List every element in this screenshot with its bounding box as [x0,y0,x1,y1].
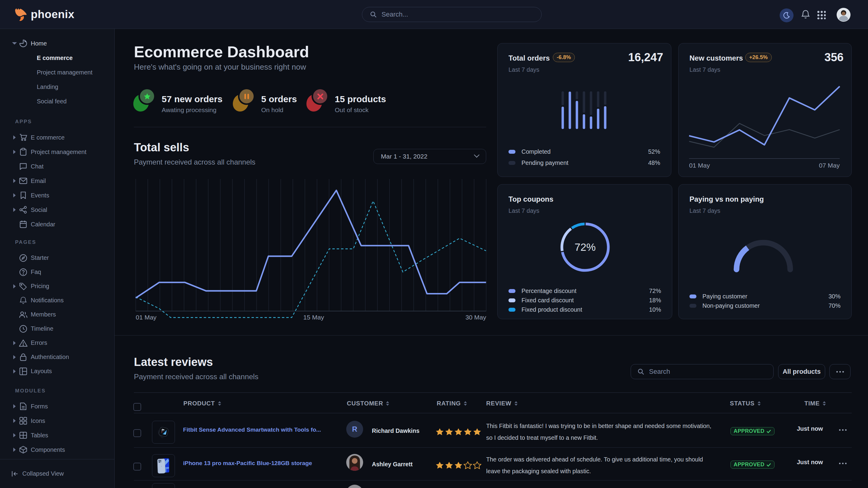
svg-text:01 May: 01 May [136,314,157,321]
svg-text:72%: 72% [575,241,596,253]
svg-text:07 May: 07 May [819,162,840,169]
svg-text:30 May: 30 May [465,314,486,321]
svg-text:01 May: 01 May [689,162,710,169]
svg-text:15 May: 15 May [303,314,324,321]
